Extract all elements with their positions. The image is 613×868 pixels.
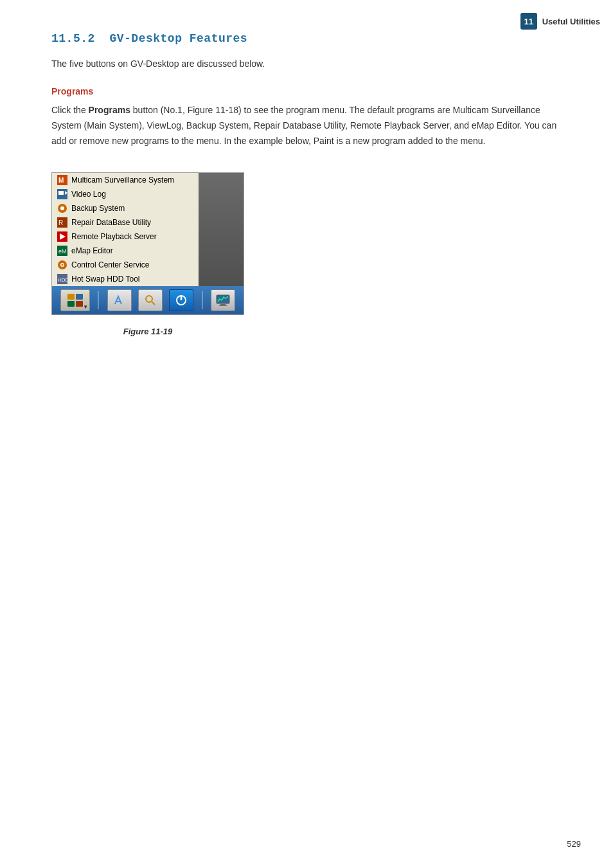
multicam-icon: M [57,175,67,185]
screenshot-right-panel [199,173,244,286]
section-number: 11.5.2 [51,32,95,45]
list-item[interactable]: Control Center Service [52,258,199,272]
menu-item-label: Backup System [71,204,125,213]
screenshot: M Multicam Surveillance System Video [51,172,244,315]
svg-text:M: M [58,177,64,184]
menu-panel: M Multicam Surveillance System Video [52,173,199,286]
top-badge: 11 Useful Utilities [520,13,600,30]
emap-icon: eM [57,246,67,256]
backup-icon [57,203,67,213]
chapter-title: Useful Utilities [542,17,600,26]
menu-item-label: eMap Editor [71,246,113,255]
section-title: GV-Desktop Features [109,32,247,45]
list-item[interactable]: Remote Playback Server [52,230,199,244]
svg-text:R: R [58,219,63,226]
intro-text: The five buttons on GV-Desktop are discu… [51,57,562,71]
power-button[interactable] [169,289,193,311]
hotswap-icon: HDD [57,274,67,284]
list-item[interactable]: HDD Hot Swap HDD Tool [52,272,199,286]
svg-text:eM: eM [58,248,67,255]
svg-point-6 [60,206,64,210]
list-item[interactable]: Video Log [52,187,199,201]
section-heading: 11.5.2 GV-Desktop Features [51,32,562,45]
svg-rect-3 [58,191,64,195]
repair-icon: R [57,217,67,228]
svg-point-23 [146,296,152,302]
menu-item-label: Repair DataBase Utility [71,218,151,227]
svg-rect-19 [76,294,83,300]
edit-button[interactable] [107,289,132,311]
control-center-icon [57,260,67,270]
menu-item-label: Multicam Surveillance System [71,176,174,185]
menu-item-label: Control Center Service [71,260,149,269]
taskbar-separator-1 [98,291,99,309]
svg-point-15 [62,264,64,266]
programs-heading: Programs [51,86,562,96]
svg-rect-18 [67,294,75,300]
programs-button[interactable]: ▼ [60,289,90,311]
svg-rect-20 [67,301,75,307]
videolog-icon [57,189,67,199]
menu-item-label: Remote Playback Server [71,232,157,241]
list-item[interactable]: R Repair DataBase Utility [52,215,199,230]
taskbar-separator-2 [202,291,203,309]
menu-item-label: Hot Swap HDD Tool [71,275,140,284]
programs-body: Click the Programs button (No.1, Figure … [51,103,562,149]
figure-caption: Figure 11-19 [51,327,244,336]
menu-item-label: Video Log [71,190,106,199]
search-button[interactable] [138,289,163,311]
svg-text:HDD: HDD [58,277,67,283]
chapter-number: 11 [520,13,537,30]
remote-playback-icon [57,231,67,242]
monitor-button[interactable] [211,289,235,311]
taskbar: ▼ [52,286,244,314]
page-number: 529 [567,839,581,849]
list-item[interactable]: M Multicam Surveillance System [52,173,199,187]
list-item[interactable]: Backup System [52,201,199,215]
list-item[interactable]: eM eMap Editor [52,244,199,258]
page-container: 11 Useful Utilities 11.5.2 GV-Desktop Fe… [0,0,613,868]
svg-line-24 [152,302,155,305]
svg-rect-21 [76,301,83,307]
